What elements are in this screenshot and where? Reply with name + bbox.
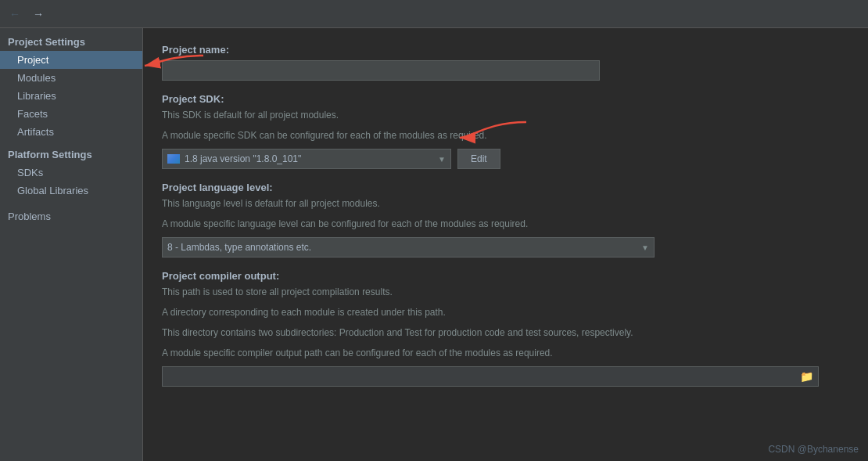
project-compiler-output-label: Project compiler output: bbox=[162, 270, 849, 282]
compiler-desc3: This directory contains two subdirectori… bbox=[162, 326, 849, 340]
project-name-label: Project name: bbox=[162, 44, 849, 56]
language-level-value: 8 - Lambdas, type annotations etc. bbox=[167, 242, 311, 253]
sdk-value: 1.8 java version "1.8.0_101" bbox=[185, 153, 301, 164]
edit-button[interactable]: Edit bbox=[457, 149, 500, 169]
content-area: Project name: Project SDK: This SDK is d… bbox=[143, 28, 868, 461]
sdk-dropdown-arrow: ▼ bbox=[438, 155, 446, 164]
sidebar-item-problems[interactable]: Problems bbox=[0, 206, 142, 225]
lang-level-desc1: This language level is default for all p… bbox=[162, 196, 849, 211]
main-layout: Project Settings Project Modules Librari… bbox=[0, 28, 868, 461]
sidebar-item-facets[interactable]: Facets bbox=[0, 105, 142, 123]
compiler-desc1: This path is used to store all project c… bbox=[162, 285, 849, 299]
sdk-icon bbox=[167, 154, 180, 164]
project-language-level-label: Project language level: bbox=[162, 182, 849, 193]
platform-settings-header: Platform Settings bbox=[0, 141, 142, 164]
compiler-output-field: 📁 bbox=[162, 366, 819, 387]
sdk-row: 1.8 java version "1.8.0_101" ▼ Edit bbox=[162, 149, 849, 169]
sidebar-item-artifacts[interactable]: Artifacts bbox=[0, 123, 142, 141]
back-arrow[interactable]: ← bbox=[6, 6, 23, 22]
sidebar-item-modules[interactable]: Modules bbox=[0, 69, 142, 87]
sidebar-item-project[interactable]: Project bbox=[0, 51, 142, 69]
project-name-input[interactable] bbox=[162, 60, 600, 81]
top-bar: ← → bbox=[0, 0, 868, 28]
sdk-desc2: A module specific SDK can be configured … bbox=[162, 128, 849, 142]
sdk-dropdown[interactable]: 1.8 java version "1.8.0_101" ▼ bbox=[162, 149, 451, 169]
watermark: CSDN @Bychanense bbox=[768, 444, 859, 455]
sidebar-item-libraries[interactable]: Libraries bbox=[0, 87, 142, 105]
sidebar-item-sdks[interactable]: SDKs bbox=[0, 164, 142, 182]
sidebar-item-global-libraries[interactable]: Global Libraries bbox=[0, 182, 142, 200]
compiler-desc2: A directory corresponding to each module… bbox=[162, 305, 849, 319]
language-level-dropdown[interactable]: 8 - Lambdas, type annotations etc. ▼ bbox=[162, 237, 655, 258]
sdk-desc1: This SDK is default for all project modu… bbox=[162, 108, 849, 122]
folder-icon[interactable]: 📁 bbox=[800, 370, 813, 383]
compiler-desc4: A module specific compiler output path c… bbox=[162, 346, 849, 360]
lang-level-desc2: A module specific language level can be … bbox=[162, 217, 849, 231]
forward-arrow[interactable]: → bbox=[30, 6, 47, 22]
project-sdk-label: Project SDK: bbox=[162, 93, 849, 105]
language-level-arrow: ▼ bbox=[641, 243, 649, 252]
sidebar: Project Settings Project Modules Librari… bbox=[0, 28, 143, 461]
project-settings-header: Project Settings bbox=[0, 31, 142, 51]
